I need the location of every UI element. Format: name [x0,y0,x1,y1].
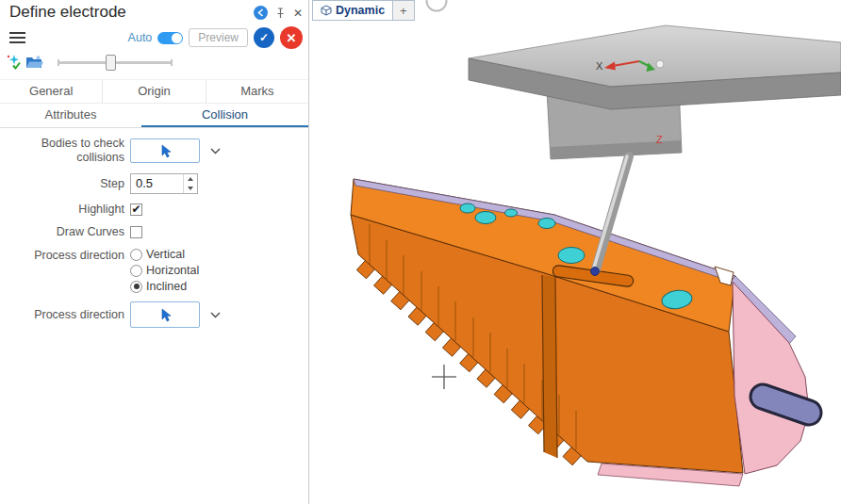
rod-tip [591,268,600,276]
process-direction-label: Process direction [0,248,130,263]
chevron-down-icon [210,312,221,318]
confirm-button[interactable]: ✓ [254,27,274,48]
step-increment-button[interactable] [184,174,197,184]
pick-bodies-button[interactable] [130,138,200,163]
radio-inclined[interactable]: Inclined [130,280,199,293]
new-viewport-tab-button[interactable]: + [393,0,415,21]
pin-icon [275,8,286,19]
arrow-down-icon [188,187,193,190]
tab-general[interactable]: General [0,80,102,103]
panel-header: Define electrode ✕ [0,0,308,22]
radio-circle-horizontal [130,265,142,277]
electrode-check-icon[interactable] [4,53,25,72]
tab-origin[interactable]: Origin [102,80,205,103]
tab-collision[interactable]: Collision [141,104,308,127]
process-direction-row: Process direction Vertical Horizontal In… [0,248,308,293]
radio-label-vertical: Vertical [146,248,185,261]
bodies-to-check-label: Bodies to check collisions [0,137,130,165]
cube-icon [321,5,332,16]
radio-vertical[interactable]: Vertical [130,248,199,261]
bodies-label-line2: collisions [0,151,124,165]
viewport-tab-label: Dynamic [336,4,385,17]
pick-cursor-icon [159,308,172,322]
end-cap-pink-face [733,282,809,474]
process-direction2-row: Process direction [0,301,308,328]
purple-tab [763,397,809,413]
application-window: Define electrode ✕ Auto Preview ✓ ✕ [0,0,841,504]
holder-plate[interactable] [469,25,841,109]
viewport[interactable]: Z X [309,0,841,504]
checkmark-icon: ✔ [131,203,140,215]
draw-curves-checkbox[interactable] [130,226,142,238]
step-input[interactable]: 0.5 [130,173,198,194]
origin-sphere [656,60,664,68]
x-axis-label: X [596,60,603,72]
tab-attributes[interactable]: Attributes [0,104,141,127]
toolbar-right-group: Auto Preview ✓ ✕ [128,26,303,49]
step-label: Step [0,177,130,191]
bodies-expand-chevron[interactable] [210,148,221,154]
crosshair-cursor [432,365,456,389]
tab-marks[interactable]: Marks [206,80,308,103]
tab-row-primary: General Origin Marks [0,79,308,104]
viewport-tab-bar: Dynamic + [309,0,415,21]
radio-label-horizontal: Horizontal [146,264,199,277]
cancel-button[interactable]: ✕ [280,26,303,49]
radio-circle-inclined [130,281,142,293]
auto-label: Auto [128,31,153,44]
middle-groove [542,275,557,458]
direction-expand-chevron[interactable] [210,312,221,318]
step-value[interactable]: 0.5 [131,174,183,193]
process-direction2-label: Process direction [0,308,130,322]
highlight-checkbox[interactable]: ✔ [130,203,142,216]
page-title: Define electrode [9,3,126,22]
radio-circle-vertical [130,249,142,261]
auto-toggle[interactable] [157,32,183,44]
z-axis-label: Z [656,134,663,145]
step-spinner [183,174,197,193]
transparency-slider[interactable] [58,55,172,70]
tab-row-secondary: Attributes Collision [0,104,308,128]
define-electrode-panel: Define electrode ✕ Auto Preview ✓ ✕ [0,0,309,504]
step-row: Step 0.5 [0,173,308,194]
quick-actions-row [0,49,308,79]
chevron-down-icon [210,148,221,154]
viewport-3d-canvas[interactable]: Z X [309,0,841,504]
pick-direction-button[interactable] [130,301,200,328]
viewport-tab-dynamic[interactable]: Dynamic [312,0,393,21]
panel-window-controls: ✕ [254,6,303,20]
pick-cursor-icon [159,144,172,158]
highlight-row: Highlight ✔ [0,203,308,217]
workpiece[interactable] [351,179,809,486]
radio-horizontal[interactable]: Horizontal [130,264,199,277]
view-control-icon[interactable] [427,0,447,11]
chevron-left-icon [256,8,265,17]
bodies-label-line1: Bodies to check [0,137,124,151]
highlight-label: Highlight [0,203,130,217]
electrode-library-icon[interactable] [25,53,45,72]
draw-curves-row: Draw Curves [0,225,308,239]
radio-label-inclined: Inclined [146,280,187,293]
step-decrement-button[interactable] [184,184,197,193]
arrow-up-icon [188,177,193,181]
draw-curves-label: Draw Curves [0,225,130,239]
menu-icon[interactable] [9,29,25,46]
panel-toolbar: Auto Preview ✓ ✕ [0,22,308,49]
toggle-knob [172,33,182,43]
bodies-to-check-row: Bodies to check collisions [0,137,308,165]
collapse-panel-button[interactable] [254,6,268,20]
process-direction-options: Vertical Horizontal Inclined [130,248,199,293]
pin-panel-button[interactable] [275,8,286,19]
slider-thumb[interactable] [106,55,116,71]
close-panel-button[interactable]: ✕ [293,8,303,19]
preview-button[interactable]: Preview [189,28,248,47]
